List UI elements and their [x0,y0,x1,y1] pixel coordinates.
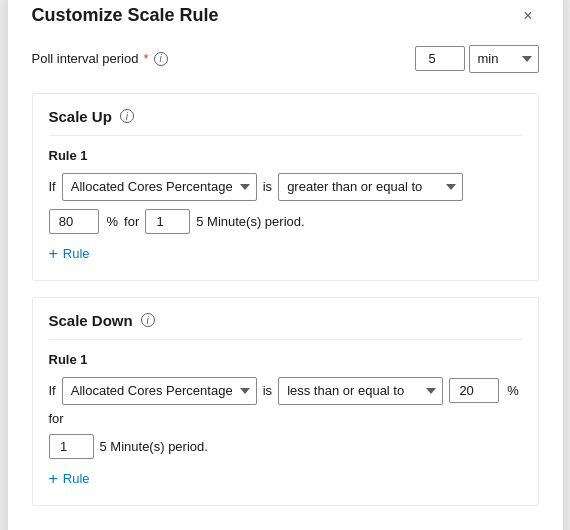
scale-down-plus-icon: + [49,471,58,487]
scale-up-title: Scale Up [49,108,112,125]
close-button[interactable]: × [517,5,538,27]
scale-up-add-rule-label: Rule [63,246,90,261]
scale-up-period-text: 5 Minute(s) period. [196,214,304,229]
scale-up-rule-row: If Allocated Cores Percentage CPU Usage … [49,173,522,201]
scale-down-is-text: is [263,383,272,398]
scale-down-add-rule-button[interactable]: + Rule [49,467,90,491]
scale-down-section: Scale Down i Rule 1 If Allocated Cores P… [32,297,539,506]
scale-up-rule-label: Rule 1 [49,148,522,163]
poll-info-icon[interactable]: i [154,52,168,66]
scale-down-period-text: 5 Minute(s) period. [100,439,208,454]
scale-down-period-input[interactable] [49,434,94,459]
scale-up-threshold-row: % for 5 Minute(s) period. [49,209,522,234]
scale-down-rule-label: Rule 1 [49,352,522,367]
required-indicator: * [143,51,148,66]
scale-up-if-text: If [49,179,56,194]
scale-up-condition-select[interactable]: greater than or equal to less than or eq… [278,173,463,201]
scale-down-condition-select[interactable]: less than or equal to greater than or eq… [278,377,443,405]
scale-up-plus-icon: + [49,246,58,262]
scale-up-threshold-input[interactable] [49,209,99,234]
scale-up-for-text: for [124,214,139,229]
scale-up-period-input[interactable] [145,209,190,234]
scale-down-period-row: 5 Minute(s) period. [49,434,522,459]
scale-up-is-text: is [263,179,272,194]
scale-down-pct-symbol: % [507,383,519,398]
scale-down-metric-select[interactable]: Allocated Cores Percentage CPU Usage Mem… [62,377,257,405]
scale-down-title: Scale Down [49,312,133,329]
scale-up-add-rule-button[interactable]: + Rule [49,242,90,266]
poll-input-group: min sec [415,45,539,73]
poll-interval-row: Poll interval period * i min sec [32,45,539,73]
poll-label-text: Poll interval period [32,51,139,66]
poll-interval-input[interactable] [415,46,465,71]
dialog-title: Customize Scale Rule [32,5,219,26]
dialog-header: Customize Scale Rule × [32,5,539,27]
scale-down-info-icon[interactable]: i [141,313,155,327]
scale-down-add-rule-label: Rule [63,471,90,486]
scale-down-for-text: for [49,411,64,426]
scale-up-section: Scale Up i Rule 1 If Allocated Cores Per… [32,93,539,281]
scale-down-header: Scale Down i [49,312,522,340]
customize-scale-rule-dialog: Customize Scale Rule × Poll interval per… [8,0,563,530]
scale-down-threshold-input[interactable] [449,378,499,403]
poll-label: Poll interval period * i [32,51,168,66]
scale-up-info-icon[interactable]: i [120,109,134,123]
scale-up-header: Scale Up i [49,108,522,136]
scale-down-if-text: If [49,383,56,398]
scale-down-rule-row: If Allocated Cores Percentage CPU Usage … [49,377,522,426]
scale-up-pct-symbol: % [107,214,119,229]
poll-unit-select[interactable]: min sec [469,45,539,73]
scale-up-metric-select[interactable]: Allocated Cores Percentage CPU Usage Mem… [62,173,257,201]
